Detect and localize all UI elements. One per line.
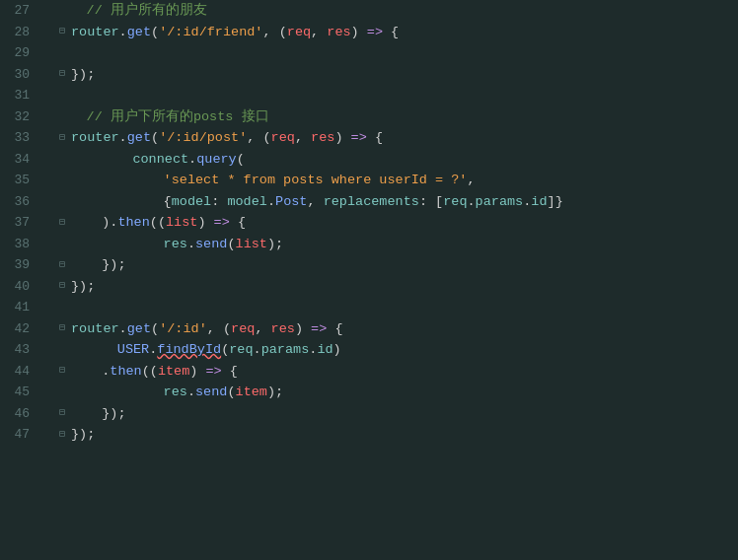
- token: .: [468, 191, 476, 213]
- line-number: 37: [0, 212, 37, 234]
- code-line: USER.findById(req.params.id): [55, 339, 738, 361]
- token: '/:id/friend': [159, 22, 262, 43]
- token: (: [151, 318, 159, 340]
- fold-icon[interactable]: ⊟: [55, 364, 69, 378]
- line-number: 36: [0, 191, 37, 213]
- token: get: [127, 22, 151, 43]
- line-number: 41: [0, 297, 37, 318]
- line-number: 30: [0, 64, 37, 86]
- line-number: 47: [0, 424, 37, 446]
- fold-icon[interactable]: ⊟: [55, 279, 69, 293]
- line-number: 44: [0, 361, 37, 383]
- token: res: [327, 22, 350, 43]
- token: (: [151, 127, 159, 149]
- token: (: [262, 127, 270, 149]
- line-number: 35: [0, 170, 37, 191]
- line-number: 31: [0, 85, 37, 106]
- token: params: [476, 191, 524, 213]
- code-line: [55, 85, 738, 106]
- code-line: res.send(list);: [55, 234, 738, 255]
- token: params: [261, 339, 310, 361]
- fold-icon[interactable]: ⊟: [55, 25, 69, 38]
- token: id: [317, 339, 332, 361]
- token: (: [237, 149, 245, 171]
- code-line: 'select * from posts where userId = ?',: [55, 170, 738, 191]
- token: item: [236, 382, 267, 403]
- line-number: 28: [0, 22, 37, 43]
- token: .: [187, 382, 195, 403]
- line-number: 43: [0, 339, 37, 361]
- token: req: [443, 191, 467, 213]
- line-number: 27: [0, 0, 37, 22]
- token: ((: [142, 361, 158, 383]
- token: =>: [311, 318, 327, 340]
- code-line: ⊟router.get('/:id', (req, res) => {: [55, 318, 738, 340]
- code-line: ⊟router.get('/:id/friend', (req, res) =>…: [55, 22, 738, 43]
- token: USER: [117, 339, 149, 361]
- token: {: [230, 212, 246, 234]
- token: .: [523, 191, 531, 213]
- token: .: [188, 149, 196, 171]
- token: {: [222, 361, 238, 383]
- code-line: ⊟});: [55, 254, 738, 276]
- token: res: [164, 234, 187, 255]
- code-content: // 用户所有的朋友⊟router.get('/:id/friend', (re…: [47, 0, 738, 560]
- token: list: [166, 212, 197, 234]
- token: // 用户所有的朋友: [87, 0, 207, 22]
- code-line: [55, 297, 738, 318]
- token: connect: [132, 149, 188, 171]
- token: ,: [467, 170, 475, 191]
- line-number: 45: [0, 382, 37, 403]
- token: item: [158, 361, 189, 383]
- token: );: [267, 234, 283, 255]
- token: req: [229, 339, 253, 361]
- token: model: [172, 191, 212, 213]
- token: (: [221, 339, 229, 361]
- code-line: // 用户所有的朋友: [55, 0, 738, 22]
- token: '/:id/post': [159, 127, 247, 149]
- line-number: 42: [0, 318, 37, 340]
- token: (: [279, 22, 287, 43]
- token: get: [127, 127, 151, 149]
- code-line: ⊟.then((item) => {: [55, 361, 738, 383]
- token: =>: [367, 22, 383, 43]
- token: ,: [247, 127, 262, 149]
- fold-icon[interactable]: ⊟: [55, 131, 69, 145]
- token: ): [351, 22, 367, 43]
- token: .: [149, 339, 157, 361]
- token: list: [236, 234, 267, 255]
- token: .: [119, 318, 127, 340]
- fold-icon[interactable]: ⊟: [55, 428, 69, 442]
- token: res: [311, 127, 334, 149]
- token: model: [227, 191, 267, 213]
- token: });: [71, 424, 95, 446]
- token: (: [151, 22, 159, 43]
- fold-icon[interactable]: ⊟: [55, 258, 69, 272]
- token: ,: [207, 318, 223, 340]
- token: ): [197, 212, 213, 234]
- code-line: ⊟});: [55, 424, 738, 446]
- token: ,: [295, 127, 311, 149]
- token: {: [164, 191, 172, 213]
- fold-icon[interactable]: ⊟: [55, 406, 69, 420]
- fold-icon[interactable]: ⊟: [55, 67, 69, 81]
- token: =>: [206, 361, 222, 383]
- token: (: [227, 382, 235, 403]
- token: Post: [275, 191, 307, 213]
- token: (: [227, 234, 235, 255]
- line-number: 39: [0, 254, 37, 276]
- token: .: [267, 191, 275, 213]
- token: then: [117, 212, 149, 234]
- code-line: res.send(item);: [55, 382, 738, 403]
- token: ): [333, 339, 341, 361]
- token: query: [196, 149, 237, 171]
- token: ,: [307, 191, 323, 213]
- token: '/:id': [159, 318, 207, 340]
- token: .: [119, 22, 127, 43]
- token: // 用户下所有的posts 接口: [87, 106, 269, 128]
- token: ,: [311, 22, 327, 43]
- fold-icon[interactable]: ⊟: [55, 216, 69, 230]
- token: ,: [255, 318, 270, 340]
- fold-icon[interactable]: ⊟: [55, 321, 69, 335]
- token: .: [254, 339, 261, 361]
